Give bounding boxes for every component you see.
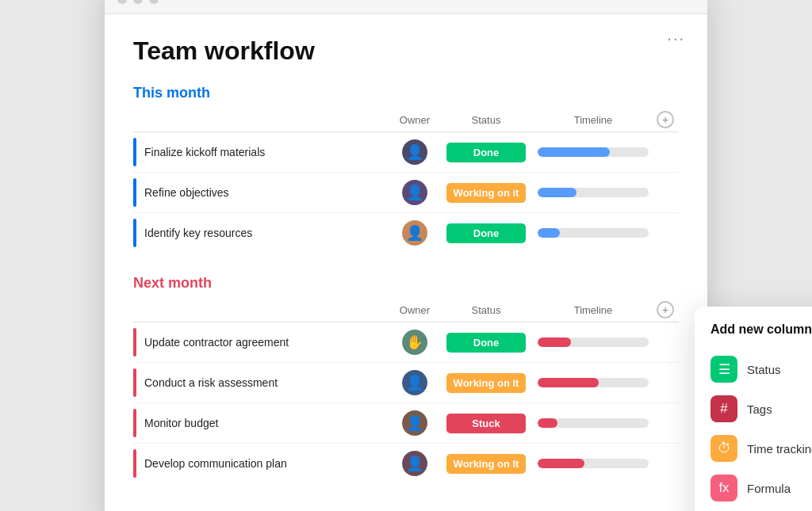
task-row: Identify key resources👤Done xyxy=(133,212,679,253)
task-name: Identify key resources xyxy=(144,227,387,239)
column-option-formula[interactable]: fxFormula xyxy=(710,468,812,508)
status-badge[interactable]: Working on it xyxy=(446,183,526,203)
browser-dot-3 xyxy=(149,0,159,4)
tags-icon: # xyxy=(710,395,737,422)
browser-dot-2 xyxy=(133,0,143,4)
column-option-time[interactable]: ⏱Time tracking xyxy=(710,429,812,468)
column-option-label-time: Time tracking xyxy=(747,442,812,456)
task-row: Update contractor agreement✋Done xyxy=(133,322,679,362)
task-status-col: Working on It xyxy=(442,454,530,474)
status-badge[interactable]: Working on It xyxy=(446,373,526,393)
column-option-label-tags: Tags xyxy=(747,402,772,416)
task-timeline-col xyxy=(530,418,657,428)
task-name: Monitor budget xyxy=(144,417,387,429)
column-option-location[interactable]: 📍Location xyxy=(710,508,812,511)
task-name: Finalize kickoff materials xyxy=(144,146,387,158)
col-timeline-header-2: Timeline xyxy=(530,304,657,316)
status-badge[interactable]: Done xyxy=(446,143,526,162)
column-option-tags[interactable]: #Tags xyxy=(710,389,812,429)
add-column-btn-2[interactable]: + xyxy=(657,301,674,318)
section-this-month: This month Owner Status Timeline + Final… xyxy=(133,85,679,253)
outer-container: Team workflow ··· This month Owner Statu… xyxy=(0,0,812,511)
task-indicator xyxy=(133,409,136,437)
col-status-header-1: Status xyxy=(442,114,530,126)
add-column-title: Add new column xyxy=(710,322,812,337)
task-status-col: Done xyxy=(442,333,530,353)
page-title: Team workflow xyxy=(133,36,679,66)
add-column-btn-1[interactable]: + xyxy=(657,111,674,128)
col-owner-header-1: Owner xyxy=(387,114,442,126)
task-timeline-col xyxy=(530,188,657,197)
column-options-list: ☰Status#Tags⏱Time trackingfxFormula📍Loca… xyxy=(710,349,812,511)
status-badge[interactable]: Done xyxy=(446,223,526,243)
task-indicator xyxy=(133,449,136,478)
status-badge[interactable]: Done xyxy=(446,333,526,353)
column-option-label-status: Status xyxy=(747,363,781,376)
col-headers-this-month: Owner Status Timeline + xyxy=(133,111,679,128)
browser-dot-1 xyxy=(117,0,127,4)
section-title-this-month: This month xyxy=(133,85,679,101)
task-name: Develop communication plan xyxy=(144,457,387,470)
task-indicator xyxy=(133,138,136,166)
task-owner: 👤 xyxy=(387,139,442,165)
col-owner-header-2: Owner xyxy=(387,304,442,316)
task-name: Update contractor agreement xyxy=(144,336,387,349)
task-row: Conduct a risk assessment👤Working on It xyxy=(133,362,679,402)
task-row: Finalize kickoff materials👤Done xyxy=(133,132,679,172)
task-timeline-col xyxy=(530,147,657,157)
task-owner: 👤 xyxy=(387,410,442,436)
task-timeline-col xyxy=(530,337,657,347)
add-column-panel: Add new column ☰Status#Tags⏱Time trackin… xyxy=(695,307,812,511)
next-month-rows: Update contractor agreement✋DoneConduct … xyxy=(133,322,679,483)
browser-chrome xyxy=(105,0,707,14)
task-status-col: Stuck xyxy=(442,414,530,433)
column-option-status[interactable]: ☰Status xyxy=(710,349,812,389)
task-owner: 👤 xyxy=(387,180,442,205)
task-timeline-col xyxy=(530,459,657,468)
browser-window: Team workflow ··· This month Owner Statu… xyxy=(105,0,707,511)
section-title-next-month: Next month xyxy=(133,275,679,292)
formula-icon: fx xyxy=(710,475,737,501)
col-status-header-2: Status xyxy=(442,304,530,316)
task-status-col: Working on It xyxy=(442,373,530,393)
browser-content: Team workflow ··· This month Owner Statu… xyxy=(105,14,707,511)
status-badge[interactable]: Stuck xyxy=(446,414,526,433)
task-row: Refine objectives👤Working on it xyxy=(133,172,679,212)
task-indicator xyxy=(133,328,136,357)
task-owner: ✋ xyxy=(387,330,442,355)
time-icon: ⏱ xyxy=(710,435,737,462)
task-indicator xyxy=(133,219,136,247)
task-timeline-col xyxy=(530,228,657,238)
col-headers-next-month: Owner Status Timeline + xyxy=(133,301,679,318)
task-status-col: Working on it xyxy=(442,183,530,203)
task-indicator xyxy=(133,368,136,397)
task-name: Refine objectives xyxy=(144,186,387,199)
status-icon: ☰ xyxy=(710,356,737,383)
task-status-col: Done xyxy=(442,143,530,162)
task-name: Conduct a risk assessment xyxy=(144,376,387,389)
task-owner: 👤 xyxy=(387,370,442,395)
task-owner: 👤 xyxy=(387,220,442,246)
task-timeline-col xyxy=(530,378,657,387)
task-status-col: Done xyxy=(442,223,530,243)
this-month-rows: Finalize kickoff materials👤DoneRefine ob… xyxy=(133,132,679,253)
menu-dots[interactable]: ··· xyxy=(667,29,685,48)
column-option-label-formula: Formula xyxy=(747,482,791,495)
task-row: Develop communication plan👤Working on It xyxy=(133,443,679,483)
task-owner: 👤 xyxy=(387,451,442,476)
task-indicator xyxy=(133,178,136,207)
status-badge[interactable]: Working on It xyxy=(446,454,526,474)
col-timeline-header-1: Timeline xyxy=(530,114,657,126)
task-row: Monitor budget👤Stuck xyxy=(133,402,679,443)
section-next-month: Next month Owner Status Timeline + Updat… xyxy=(133,275,679,483)
